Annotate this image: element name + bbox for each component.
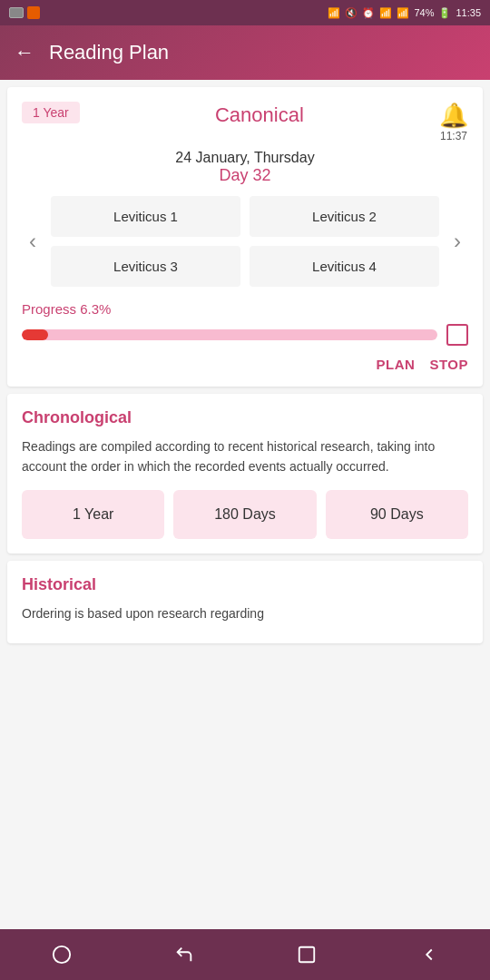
wifi-icon: 📶 [379,7,392,19]
status-bar: 📶 🔇 ⏰ 📶 📶 74% 🔋 11:35 [0,0,490,25]
duration-1year[interactable]: 1 Year [22,490,164,539]
chapter-btn-3[interactable]: Leviticus 3 [51,246,240,287]
canonical-header: 1 Year Canonical 🔔 11:37 [22,102,468,142]
chapter-btn-2[interactable]: Leviticus 2 [250,196,439,237]
back-button[interactable]: ← [15,41,34,64]
nav-home[interactable] [0,945,122,965]
nav-overview[interactable] [245,945,368,965]
app-icon [27,6,40,19]
bottom-nav [0,929,490,980]
app-bar: ← Reading Plan [0,25,490,80]
date-text: 24 January, Thursday [22,150,468,166]
progress-checkbox[interactable] [446,324,468,346]
bell-container: 🔔 11:37 [439,102,468,142]
time-display: 11:35 [456,7,481,18]
date-section: 24 January, Thursday Day 32 [22,150,468,185]
chronological-card: Chronological Readings are compiled acco… [7,394,483,554]
plan-button[interactable]: PLAN [377,357,416,372]
chapters-nav: ‹ Leviticus 1 Leviticus 2 Leviticus 3 Le… [22,196,468,287]
duration-180days[interactable]: 180 Days [173,490,316,539]
canonical-title: Canonical [80,103,439,127]
progress-bar-fill [22,329,48,340]
next-arrow[interactable]: › [446,221,468,261]
year-badge-button[interactable]: 1 Year [22,102,80,123]
battery-text: 74% [414,7,434,18]
chapters-grid: Leviticus 1 Leviticus 2 Leviticus 3 Levi… [51,196,439,287]
chapter-btn-1[interactable]: Leviticus 1 [51,196,240,237]
signal-icon: 📶 [397,7,409,19]
nav-back[interactable] [368,945,490,965]
mute-icon: 🔇 [345,7,358,19]
chapter-btn-4[interactable]: Leviticus 4 [250,246,439,287]
status-bar-left [9,6,40,19]
svg-rect-1 [299,947,314,963]
historical-description: Ordering is based upon research regardin… [22,603,468,623]
prev-arrow[interactable]: ‹ [22,221,44,261]
status-bar-right: 📶 🔇 ⏰ 📶 📶 74% 🔋 11:35 [328,7,481,19]
chronological-title: Chronological [22,408,468,427]
battery-icon: 🔋 [438,7,451,19]
action-row: PLAN STOP [22,357,468,372]
image-icon [9,7,24,18]
day-number: Day 32 [22,166,468,185]
progress-bar-background [22,329,437,340]
chronological-description: Readings are compiled according to recen… [22,436,468,477]
duration-90days[interactable]: 90 Days [326,490,468,539]
bell-time: 11:37 [440,130,467,142]
alarm-icon: ⏰ [362,7,375,19]
progress-section: Progress 6.3% [22,301,468,346]
progress-label: Progress 6.3% [22,301,468,317]
progress-row [22,324,468,346]
duration-buttons: 1 Year 180 Days 90 Days [22,490,468,539]
stop-button[interactable]: STOP [429,357,468,372]
svg-point-0 [53,946,69,963]
page-title: Reading Plan [49,41,169,64]
bluetooth-icon: 📶 [328,7,340,19]
nav-recent[interactable] [122,945,245,965]
canonical-card: 1 Year Canonical 🔔 11:37 24 January, Thu… [7,87,483,387]
historical-card: Historical Ordering is based upon resear… [7,561,483,643]
bell-icon[interactable]: 🔔 [439,102,468,130]
historical-title: Historical [22,575,468,594]
